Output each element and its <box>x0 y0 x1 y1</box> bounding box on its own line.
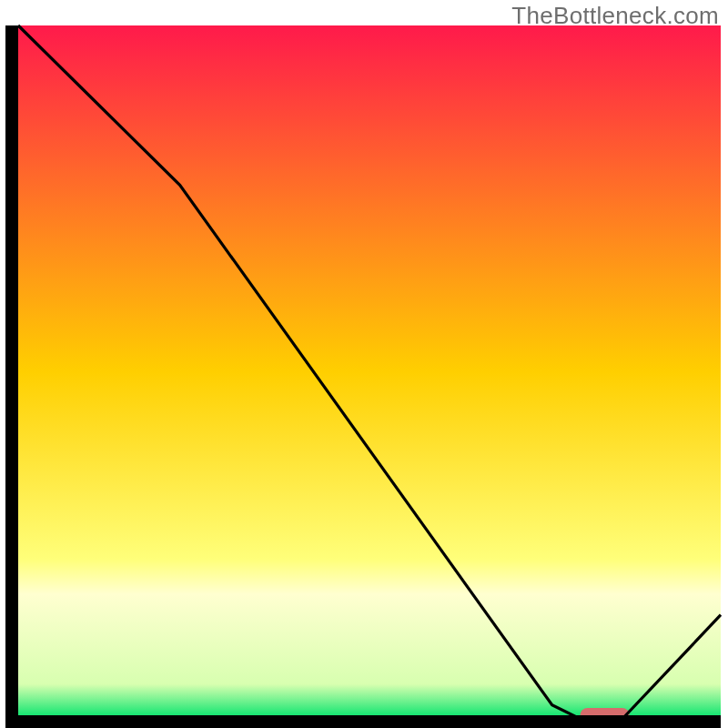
bottleneck-chart <box>0 0 728 728</box>
chart-container: { "watermark": "TheBottleneck.com", "cha… <box>0 0 728 728</box>
